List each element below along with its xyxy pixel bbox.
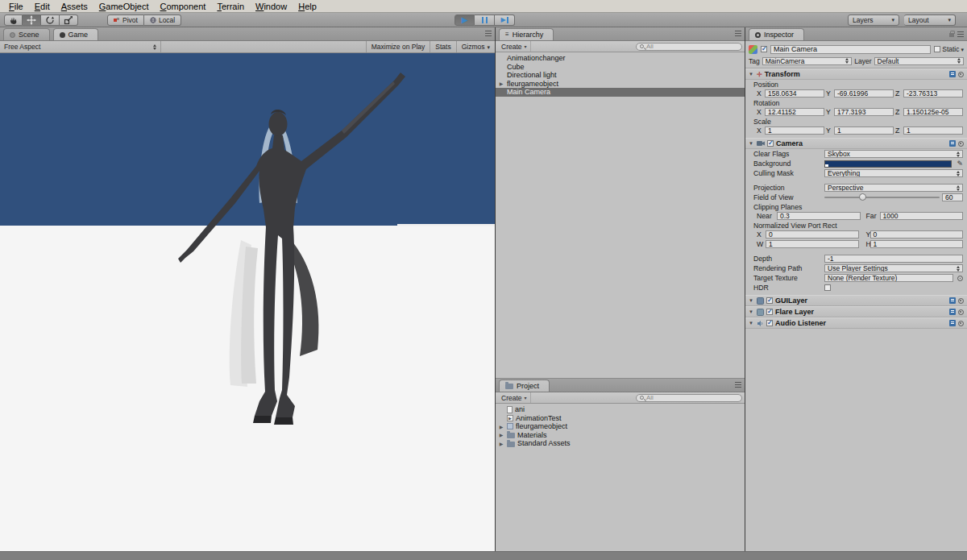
step-button[interactable] bbox=[495, 15, 515, 26]
menu-edit[interactable]: Edit bbox=[29, 1, 56, 12]
menu-window[interactable]: Window bbox=[250, 1, 293, 12]
project-item[interactable]: ani bbox=[496, 405, 745, 414]
help-book-icon[interactable] bbox=[949, 309, 956, 315]
gear-icon[interactable] bbox=[958, 309, 964, 315]
hdr-checkbox[interactable] bbox=[824, 284, 831, 291]
culling-mask-dropdown[interactable]: Everything bbox=[824, 169, 963, 177]
panel-menu-icon[interactable] bbox=[957, 31, 964, 37]
background-color-swatch[interactable] bbox=[824, 160, 952, 168]
position-z-field[interactable]: -23.76313 bbox=[903, 89, 963, 97]
audio-listener-enabled-checkbox[interactable] bbox=[766, 320, 773, 326]
foldout-arrow-icon[interactable]: ▼ bbox=[749, 72, 754, 77]
scale-tool-button[interactable] bbox=[60, 15, 78, 26]
hand-tool-button[interactable] bbox=[4, 15, 23, 26]
foldout-arrow-icon[interactable]: ▶ bbox=[498, 424, 504, 429]
stats-button[interactable]: Stats bbox=[430, 41, 455, 52]
fov-slider[interactable] bbox=[824, 193, 940, 201]
viewport-y-field[interactable]: 0 bbox=[870, 230, 964, 239]
audio-listener-header[interactable]: ▼ Audio Listener bbox=[745, 317, 967, 329]
foldout-arrow-icon[interactable]: ▼ bbox=[749, 321, 754, 326]
projection-dropdown[interactable]: Perspective bbox=[824, 184, 963, 192]
rotation-x-field[interactable]: 12.41152 bbox=[765, 108, 824, 116]
eyedropper-icon[interactable]: ✎ bbox=[957, 160, 963, 168]
tab-project[interactable]: Project bbox=[499, 380, 550, 392]
foldout-arrow-icon[interactable]: ▼ bbox=[749, 309, 754, 314]
clear-flags-dropdown[interactable]: Skybox bbox=[824, 150, 963, 158]
help-book-icon[interactable] bbox=[949, 297, 956, 304]
tab-inspector[interactable]: Inspector bbox=[749, 28, 804, 40]
menu-terrain[interactable]: Terrain bbox=[211, 1, 250, 12]
project-item[interactable]: AnimationTest bbox=[496, 414, 745, 423]
foldout-arrow-icon[interactable]: ▼ bbox=[749, 141, 754, 146]
menu-help[interactable]: Help bbox=[293, 1, 322, 12]
viewport-x-field[interactable]: 0 bbox=[766, 230, 859, 239]
help-book-icon[interactable] bbox=[949, 320, 956, 326]
menu-gameobject[interactable]: GameObject bbox=[93, 1, 155, 12]
hierarchy-item[interactable]: Animationchanger bbox=[496, 54, 745, 63]
scale-z-field[interactable]: 1 bbox=[903, 127, 963, 135]
gear-icon[interactable] bbox=[958, 321, 964, 326]
camera-enabled-checkbox[interactable] bbox=[767, 140, 774, 147]
viewport-h-field[interactable]: 1 bbox=[870, 240, 964, 248]
static-dropdown-icon[interactable] bbox=[961, 45, 964, 53]
foldout-arrow-icon[interactable]: ▶ bbox=[498, 441, 504, 446]
static-checkbox[interactable] bbox=[934, 46, 940, 52]
aspect-dropdown[interactable]: Free Aspect bbox=[0, 41, 161, 52]
menu-file[interactable]: File bbox=[3, 1, 29, 12]
camera-header[interactable]: ▼ Camera bbox=[745, 138, 967, 149]
game-viewport[interactable] bbox=[0, 53, 495, 551]
near-field[interactable]: 0.3 bbox=[777, 212, 861, 220]
transform-header[interactable]: ▼ ✛ Transform bbox=[745, 68, 967, 80]
fov-slider-knob[interactable] bbox=[859, 193, 866, 201]
scale-y-field[interactable]: 1 bbox=[834, 127, 894, 135]
gear-icon[interactable] bbox=[958, 72, 964, 77]
help-book-icon[interactable] bbox=[949, 140, 956, 147]
foldout-arrow-icon[interactable]: ▶ bbox=[498, 81, 504, 86]
object-picker-icon[interactable] bbox=[957, 276, 963, 281]
rotation-y-field[interactable]: 177.3193 bbox=[834, 108, 894, 116]
panel-menu-icon[interactable] bbox=[735, 31, 741, 36]
layers-dropdown[interactable]: Layers bbox=[848, 15, 899, 26]
gizmos-dropdown[interactable]: Gizmos bbox=[456, 41, 495, 52]
hierarchy-item-selected[interactable]: Main Camera bbox=[496, 88, 745, 97]
project-create-button[interactable]: Create bbox=[498, 392, 531, 403]
rotation-z-field[interactable]: 1.150125e-05 bbox=[903, 108, 963, 116]
depth-field[interactable]: -1 bbox=[824, 255, 963, 263]
tab-game[interactable]: Game bbox=[53, 28, 99, 40]
project-item[interactable]: ▶fleurgameobject bbox=[496, 422, 745, 431]
menu-assets[interactable]: Assets bbox=[56, 1, 93, 12]
layout-dropdown[interactable]: Layout bbox=[904, 15, 956, 26]
panel-menu-icon[interactable] bbox=[485, 31, 492, 36]
pivot-button[interactable]: Pivot bbox=[107, 15, 144, 26]
tag-dropdown[interactable]: MainCamera bbox=[762, 57, 853, 65]
scale-x-field[interactable]: 1 bbox=[765, 127, 824, 135]
play-button[interactable]: ▶ bbox=[454, 15, 475, 26]
menu-component[interactable]: Component bbox=[155, 1, 212, 12]
move-tool-button[interactable] bbox=[23, 15, 41, 26]
hierarchy-item[interactable]: ▶fleurgameobject bbox=[496, 80, 745, 89]
project-search-input[interactable]: All bbox=[636, 394, 742, 402]
rendering-path-dropdown[interactable]: Use Player Settings bbox=[824, 264, 963, 272]
object-name-input[interactable]: Main Camera bbox=[770, 45, 931, 54]
hierarchy-item[interactable]: Directional light bbox=[496, 71, 745, 80]
position-y-field[interactable]: -69.61996 bbox=[834, 89, 894, 97]
position-x-field[interactable]: 158.0634 bbox=[765, 89, 824, 97]
gear-icon[interactable] bbox=[958, 298, 964, 304]
foldout-arrow-icon[interactable]: ▼ bbox=[749, 298, 754, 303]
help-book-icon[interactable] bbox=[949, 71, 956, 77]
tab-scene[interactable]: Scene bbox=[3, 28, 50, 40]
tab-hierarchy[interactable]: ≡ Hierarchy bbox=[499, 28, 554, 40]
layer-dropdown[interactable]: Default bbox=[874, 57, 965, 65]
guilayer-enabled-checkbox[interactable] bbox=[766, 297, 773, 304]
active-checkbox[interactable] bbox=[761, 46, 767, 52]
panel-menu-icon[interactable] bbox=[735, 382, 741, 388]
fov-value-field[interactable]: 60 bbox=[942, 193, 963, 201]
pause-button[interactable] bbox=[475, 15, 495, 26]
project-item[interactable]: ▶Materials bbox=[496, 431, 745, 440]
maximize-on-play-button[interactable]: Maximize on Play bbox=[366, 41, 430, 52]
local-button[interactable]: Local bbox=[144, 15, 181, 26]
far-field[interactable]: 1000 bbox=[880, 212, 964, 220]
rotate-tool-button[interactable] bbox=[41, 15, 60, 26]
lock-icon[interactable] bbox=[949, 33, 954, 37]
foldout-arrow-icon[interactable]: ▶ bbox=[498, 432, 504, 438]
